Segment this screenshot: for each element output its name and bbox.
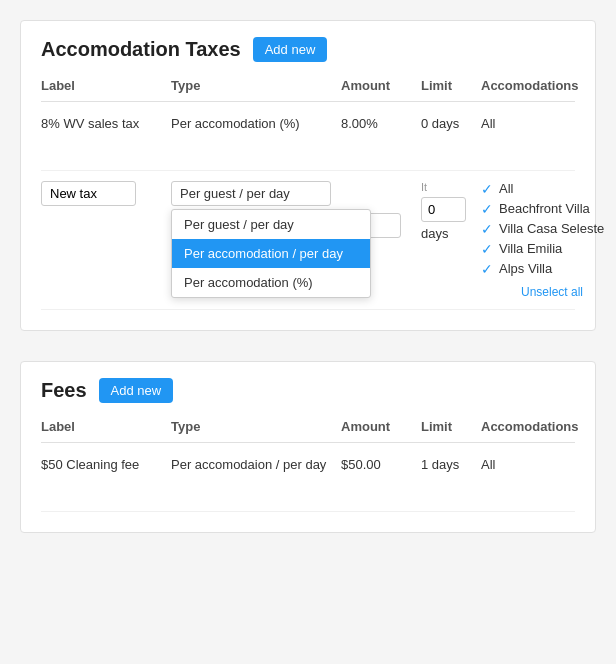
check-beachfront-icon: ✓ xyxy=(481,202,493,216)
check-villacasa-icon: ✓ xyxy=(481,222,493,236)
tax-type-1: Per accomodation (%) xyxy=(171,116,341,131)
unselect-all-button[interactable]: Unselect all xyxy=(481,285,616,299)
type-dropdown-menu: Per guest / per day Per accomodation / p… xyxy=(171,209,371,298)
dropdown-item-3[interactable]: Per accomodation (%) xyxy=(172,268,370,297)
accom-label-beachfront: Beachfront Villa xyxy=(499,201,590,216)
fees-col-amount: Amount xyxy=(341,419,421,434)
fees-section: Fees Add new Label Type Amount Limit Acc… xyxy=(20,361,596,533)
fees-col-type: Type xyxy=(171,419,341,434)
accom-item-alpsvilla: ✓ Alps Villa xyxy=(481,261,616,276)
accom-label-alpsvilla: Alps Villa xyxy=(499,261,552,276)
tax-row-1: 8% WV sales tax Per accomodation (%) 8.0… xyxy=(41,106,575,171)
tax-label-1: 8% WV sales tax xyxy=(41,116,171,131)
type-selector-display[interactable]: Per guest / per day xyxy=(171,181,331,206)
new-tax-limit-cell: It days xyxy=(421,181,481,241)
fee-label-1: $50 Cleaning fee xyxy=(41,457,171,472)
fees-col-accomodations: Accomodations xyxy=(481,419,616,434)
accom-item-villaemilia: ✓ Villa Emilia xyxy=(481,241,616,256)
new-tax-accommodations-cell: ✓ All ✓ Beachfront Villa ✓ Villa Casa Se… xyxy=(481,181,616,299)
new-tax-row: Per guest / per day Per guest / per day … xyxy=(41,171,575,310)
taxes-table: Label Type Amount Limit Accomodations Ac… xyxy=(41,78,575,310)
accom-item-all: ✓ All xyxy=(481,181,616,196)
col-type: Type xyxy=(171,78,341,93)
section-title: Accomodation Taxes xyxy=(41,38,241,61)
fees-title: Fees xyxy=(41,379,87,402)
accom-item-villacasa: ✓ Villa Casa Seleste xyxy=(481,221,616,236)
fees-header: Fees Add new xyxy=(41,378,575,403)
fee-accomodations-1: All xyxy=(481,457,616,472)
accommodation-taxes-section: Accomodation Taxes Add new Label Type Am… xyxy=(20,20,596,331)
col-label: Label xyxy=(41,78,171,93)
col-accomodations: Accomodations xyxy=(481,78,616,93)
check-alpsvilla-icon: ✓ xyxy=(481,262,493,276)
accom-item-beachfront: ✓ Beachfront Villa xyxy=(481,201,616,216)
fees-col-label: Label xyxy=(41,419,171,434)
fee-type-1: Per accomodaion / per day xyxy=(171,457,341,472)
new-tax-label-input[interactable] xyxy=(41,181,136,206)
accom-label-villacasa: Villa Casa Seleste xyxy=(499,221,604,236)
accom-label-all: All xyxy=(499,181,513,196)
fees-table-header: Label Type Amount Limit Accomodations Ac… xyxy=(41,419,575,443)
add-new-fee-button[interactable]: Add new xyxy=(99,378,174,403)
limit-days: days xyxy=(421,226,473,241)
limit-hint: It xyxy=(421,181,473,193)
new-tax-label-cell xyxy=(41,181,171,206)
tax-accomodations-1: All xyxy=(481,116,616,131)
col-limit: Limit xyxy=(421,78,481,93)
tax-amount-1: 8.00% xyxy=(341,116,421,131)
check-villaemilia-icon: ✓ xyxy=(481,242,493,256)
fees-table: Label Type Amount Limit Accomodations Ac… xyxy=(41,419,575,512)
accommodations-list: ✓ All ✓ Beachfront Villa ✓ Villa Casa Se… xyxy=(481,181,616,299)
dropdown-item-2[interactable]: Per accomodation / per day xyxy=(172,239,370,268)
add-new-tax-button[interactable]: Add new xyxy=(253,37,328,62)
fee-limit-1: 1 days xyxy=(421,457,481,472)
new-tax-type-cell: Per guest / per day Per guest / per day … xyxy=(171,181,341,206)
new-tax-limit-input[interactable] xyxy=(421,197,466,222)
taxes-table-header: Label Type Amount Limit Accomodations Ac… xyxy=(41,78,575,102)
check-all-icon: ✓ xyxy=(481,182,493,196)
tax-limit-1: 0 days xyxy=(421,116,481,131)
fee-amount-1: $50.00 xyxy=(341,457,421,472)
fee-row-1: $50 Cleaning fee Per accomodaion / per d… xyxy=(41,447,575,512)
section-header: Accomodation Taxes Add new xyxy=(41,37,575,62)
accom-label-villaemilia: Villa Emilia xyxy=(499,241,562,256)
fees-col-limit: Limit xyxy=(421,419,481,434)
dropdown-item-1[interactable]: Per guest / per day xyxy=(172,210,370,239)
col-amount: Amount xyxy=(341,78,421,93)
